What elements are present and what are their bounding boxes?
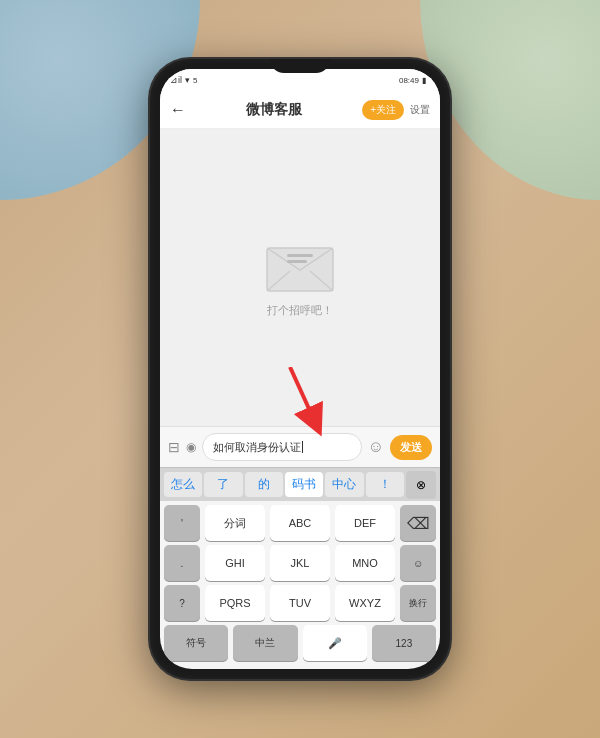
svg-rect-4 — [287, 260, 307, 263]
phone-wrapper: ⊿il ▾ 5 08:49 ▮ ← 微博客服 +关注 设置 — [150, 59, 450, 679]
key-fenwei[interactable]: 分词 — [205, 505, 265, 541]
input-bar: ⊟ ◉ 如何取消身份认证 ☺ 发送 — [160, 426, 440, 467]
wifi-icon: ▾ — [185, 75, 190, 85]
enter-key[interactable]: 换行 — [400, 585, 436, 621]
number-key[interactable]: 123 — [372, 625, 436, 661]
send-button[interactable]: 发送 — [390, 435, 432, 460]
message-input[interactable]: 如何取消身份认证 — [202, 433, 362, 461]
emoji-key-icon: ☺ — [413, 558, 423, 569]
keyboard-mode-icon[interactable]: ⊟ — [168, 439, 180, 455]
delete-key[interactable]: ⌫ — [400, 505, 436, 541]
suggest-item-6[interactable]: ！ — [366, 472, 404, 497]
backspace-icon: ⌫ — [407, 514, 430, 533]
suggest-item-2[interactable]: 了 — [204, 472, 242, 497]
key-mno[interactable]: MNO — [335, 545, 395, 581]
keyboard-row-3: ? PQRS TUV WXYZ 换行 — [160, 581, 440, 621]
keyboard-suggestion-row: 怎么 了 的 码书 中心 ！ ⊗ — [160, 467, 440, 501]
key-period[interactable]: . — [164, 545, 200, 581]
suggest-item-4[interactable]: 码书 — [285, 472, 323, 497]
phone-shell: ⊿il ▾ 5 08:49 ▮ ← 微博客服 +关注 设置 — [150, 59, 450, 679]
page-title: 微博客服 — [246, 101, 302, 119]
keyboard-row-1: ' 分词 ABC DEF ⌫ — [160, 501, 440, 541]
key-apostrophe[interactable]: ' — [164, 505, 200, 541]
text-cursor — [302, 441, 303, 453]
nav-actions: +关注 设置 — [362, 100, 430, 120]
chat-area: 打个招呼吧！ — [160, 129, 440, 426]
microphone-icon: 🎤 — [328, 637, 342, 650]
emoji-keyboard-key[interactable]: ☺ — [400, 545, 436, 581]
key-question[interactable]: ? — [164, 585, 200, 621]
suggest-item-3[interactable]: 的 — [245, 472, 283, 497]
chinese-key[interactable]: 中兰 — [233, 625, 297, 661]
suggest-delete-button[interactable]: ⊗ — [406, 471, 436, 499]
battery-icon: ▮ — [422, 76, 426, 85]
symbol-key[interactable]: 符号 — [164, 625, 228, 661]
settings-link[interactable]: 设置 — [410, 103, 430, 117]
key-tuv[interactable]: TUV — [270, 585, 330, 621]
signal-icon: ⊿il — [170, 75, 182, 85]
svg-rect-3 — [287, 254, 313, 257]
phone-notch — [270, 59, 330, 73]
status-left: ⊿il ▾ 5 — [170, 75, 197, 85]
key-ghi[interactable]: GHI — [205, 545, 265, 581]
nav-bar: ← 微博客服 +关注 设置 — [160, 91, 440, 129]
delete-icon: ⊗ — [416, 478, 426, 492]
mic-key[interactable]: 🎤 — [303, 625, 367, 661]
key-def[interactable]: DEF — [335, 505, 395, 541]
status-right: 08:49 ▮ — [399, 76, 426, 85]
time-display: 08:49 — [399, 76, 419, 85]
key-jkl[interactable]: JKL — [270, 545, 330, 581]
suggest-item-5[interactable]: 中心 — [325, 472, 363, 497]
follow-button[interactable]: +关注 — [362, 100, 404, 120]
keyboard-bottom-row: 符号 中兰 🎤 123 — [160, 621, 440, 669]
chat-hint-text: 打个招呼吧！ — [267, 303, 333, 318]
key-abc[interactable]: ABC — [270, 505, 330, 541]
key-pqrs[interactable]: PQRS — [205, 585, 265, 621]
voice-icon[interactable]: ◉ — [186, 440, 196, 454]
data-icon: 5 — [193, 76, 197, 85]
envelope-icon — [265, 238, 335, 293]
input-text-content: 如何取消身份认证 — [213, 440, 301, 455]
keyboard-row-2: . GHI JKL MNO ☺ — [160, 541, 440, 581]
phone-screen: ⊿il ▾ 5 08:49 ▮ ← 微博客服 +关注 设置 — [160, 69, 440, 669]
back-button[interactable]: ← — [170, 101, 186, 119]
key-wxyz[interactable]: WXYZ — [335, 585, 395, 621]
emoji-button[interactable]: ☺ — [368, 438, 384, 456]
suggest-item-1[interactable]: 怎么 — [164, 472, 202, 497]
